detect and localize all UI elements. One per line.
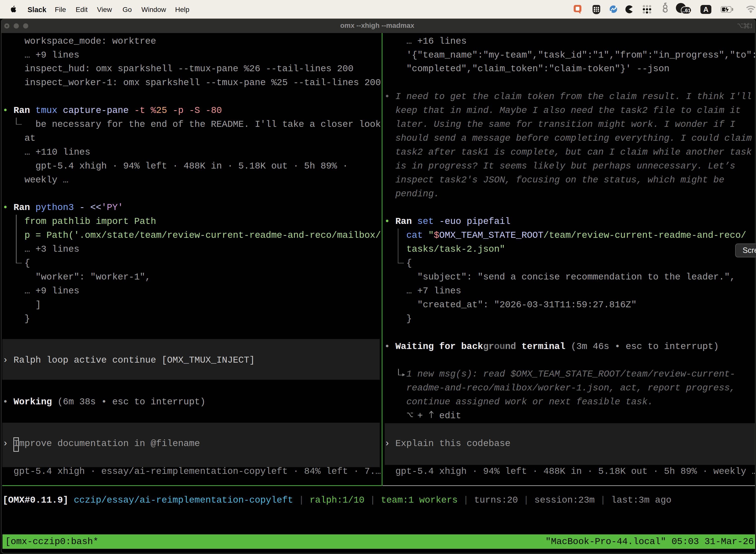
svg-text:1: 1 (750, 22, 752, 29)
svg-text:..61: ..61 (682, 8, 691, 13)
